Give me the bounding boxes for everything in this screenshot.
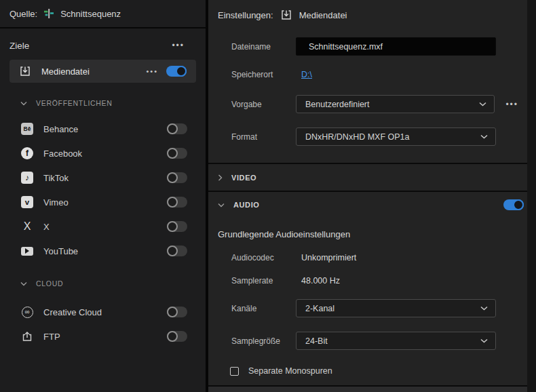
facebook-toggle[interactable] [167,148,187,159]
channels-row: Kanäle 2-Kanal [231,299,518,317]
item-label: YouTube [43,246,78,256]
audio-section-label: AUDIO [233,201,259,209]
item-label: Creative Cloud [43,307,102,317]
format-label: Format [231,132,296,142]
filename-input[interactable] [296,37,496,56]
channels-label: Kanäle [231,304,296,313]
sidebar-item-behance[interactable]: Bē Behance [0,117,206,141]
sidebar-item-tiktok[interactable]: ♪ TikTok [0,165,206,190]
toggle-knob [176,66,187,77]
download-icon [280,9,292,21]
toggle-knob [167,331,178,342]
behance-toggle[interactable] [167,123,187,134]
section-cloud[interactable]: CLOUD [0,277,206,290]
sidebar-item-vimeo[interactable]: v Vimeo [0,190,206,214]
format-value: DNxHR/DNxHD MXF OP1a [305,132,410,142]
sidebar-item-label: Mediendatei [41,66,90,77]
preset-row: Vorgabe Benutzerdefiniert ••• [231,95,518,113]
section-label: VERÖFFENTLICHEN [36,99,113,107]
toggle-knob [167,307,178,317]
section-label: CLOUD [36,279,63,288]
channels-value: 2-Kanal [305,304,334,313]
settings-header: Einstellungen: Mediendatei [208,0,527,30]
toggle-knob [167,172,178,183]
audio-toggle[interactable] [503,199,524,210]
tiktok-toggle[interactable] [167,172,187,183]
toggle-knob [167,148,178,159]
chevron-right-icon [218,174,223,181]
format-row: Format DNxHR/DNxHD MXF OP1a [231,128,518,146]
youtube-toggle[interactable] [167,246,187,256]
youtube-icon [20,247,34,256]
mediendatei-toggle[interactable] [166,66,187,77]
source-label: Quelle: [9,9,37,19]
video-section-header[interactable]: VIDEO [208,164,527,191]
mediendatei-overflow-menu[interactable]: ••• [146,67,158,75]
samplesize-label: Samplegröße [231,336,296,346]
sidebar-item-facebook[interactable]: f Facebook [0,141,206,165]
next-section-edge [208,387,527,392]
preset-dropdown[interactable]: Benutzerdefiniert [296,95,495,113]
chevron-down-icon [480,306,488,311]
chevron-down-icon [480,134,488,139]
publish-items: Bē Behance f Facebook ♪ TikTok v Vimeo X [0,110,206,263]
x-toggle[interactable] [167,221,187,232]
preset-label: Vorgabe [231,100,296,109]
audio-section-header[interactable]: AUDIO [208,192,527,218]
mono-checkbox[interactable] [230,367,239,376]
preset-overflow-menu[interactable]: ••• [505,100,518,109]
item-label: Facebook [43,149,82,159]
destinations-title: Ziele [9,41,29,51]
toggle-knob [513,199,524,210]
ftp-upload-icon [20,330,34,342]
samplesize-row: Samplegröße 24-Bit [231,332,518,350]
location-link[interactable]: D:\ [301,70,312,79]
destinations-overflow-menu[interactable]: ••• [172,41,185,50]
samplerate-row: Samplerate 48.000 Hz [231,273,518,289]
item-label: Vimeo [43,197,69,208]
item-label: Behance [43,124,78,134]
channels-dropdown[interactable]: 2-Kanal [296,299,496,317]
video-section-label: VIDEO [231,174,256,182]
item-label: TikTok [43,173,69,183]
creative-cloud-icon: ∞ [20,307,34,318]
sidebar-item-ftp[interactable]: FTP [0,324,206,349]
download-icon [19,65,31,77]
samplerate-label: Samplerate [231,276,296,286]
sidebar-item-youtube[interactable]: YouTube [0,239,206,263]
audiocodec-value: Unkomprimiert [301,253,356,262]
ftp-toggle[interactable] [167,331,187,342]
vimeo-toggle[interactable] [167,197,187,208]
filename-label: Dateiname [231,42,296,52]
creative-cloud-toggle[interactable] [167,307,187,317]
chevron-down-icon [20,281,27,286]
destinations-sidebar: Quelle: Schnittsequenz Ziele ••• [0,0,206,392]
settings-panel: Einstellungen: Mediendatei Dateiname Spe… [208,0,536,392]
facebook-icon: f [20,147,34,159]
x-icon: X [20,220,34,233]
source-bar: Quelle: Schnittsequenz [0,0,206,28]
sidebar-item-creative-cloud[interactable]: ∞ Creative Cloud [0,300,206,324]
samplesize-value: 24-Bit [305,336,328,346]
section-veroeffentlichen[interactable]: VERÖFFENTLICHEN [0,96,206,110]
filename-row: Dateiname [231,37,518,56]
chevron-down-icon [480,338,488,343]
sidebar-item-x[interactable]: X X [0,214,206,239]
item-label: X [43,222,50,232]
mono-checkbox-label: Separate Monospuren [248,366,332,376]
scrollbar-gutter[interactable] [527,0,536,392]
audio-settings-subtitle: Grundlegende Audioeinstellungen [218,229,350,239]
sidebar-item-mediendatei[interactable]: Mediendatei ••• [9,60,196,83]
settings-header-value: Mediendatei [299,10,347,20]
source-value: Schnittsequenz [60,9,121,19]
toggle-knob [167,221,178,232]
destinations-header: Ziele ••• [9,37,196,54]
export-dialog: Quelle: Schnittsequenz Ziele ••• [0,0,536,392]
preset-value: Benutzerdefiniert [305,100,370,109]
chevron-down-icon [479,102,486,106]
samplesize-dropdown[interactable]: 24-Bit [296,332,496,350]
behance-icon: Bē [20,123,34,135]
sequence-icon [43,8,54,19]
item-label: FTP [43,332,60,342]
format-dropdown[interactable]: DNxHR/DNxHD MXF OP1a [296,128,496,146]
